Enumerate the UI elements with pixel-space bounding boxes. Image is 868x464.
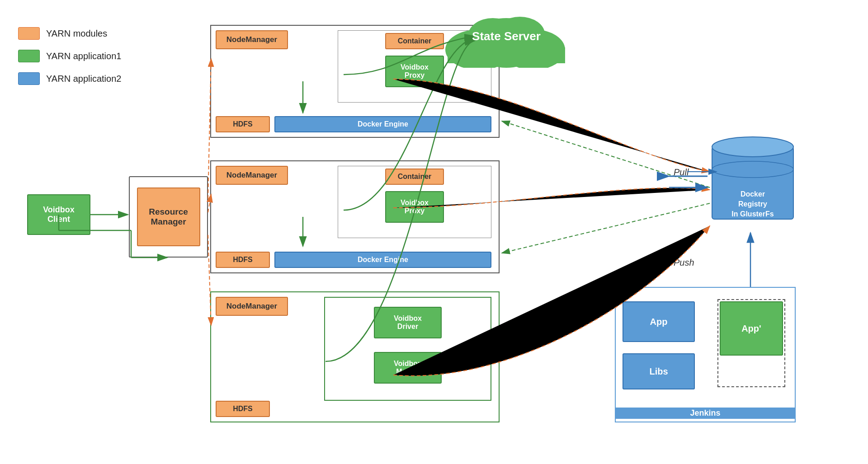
node1-docker-engine: Docker Engine <box>274 116 491 132</box>
legend-color-yarn-app1 <box>18 50 40 62</box>
svg-text:In GlusterFs: In GlusterFs <box>731 210 774 218</box>
legend-label-yarn-app1: YARN application1 <box>46 51 121 61</box>
legend: YARN modules YARN application1 YARN appl… <box>18 27 121 95</box>
svg-rect-5 <box>448 47 565 63</box>
jenkins-libs: Libs <box>623 353 695 389</box>
legend-color-yarn-app2 <box>18 72 40 85</box>
node2-box: NodeManager Container Voidbox Proxy HDFS… <box>210 160 500 273</box>
arrow-registry-to-node2 <box>502 203 710 253</box>
push-label: Push <box>674 258 694 268</box>
voidbox-client-box: Voidbox Client <box>27 194 90 235</box>
svg-rect-6 <box>712 147 793 219</box>
node2-hdfs: HDFS <box>216 252 270 268</box>
node2-voidbox-proxy: Voidbox Proxy <box>385 191 444 223</box>
legend-label-yarn-app2: YARN application2 <box>46 74 121 84</box>
legend-color-yarn-modules <box>18 27 40 40</box>
legend-item-yarn-app1: YARN application1 <box>18 50 121 62</box>
jenkins-label: Jenkins <box>616 408 795 419</box>
node1-container: Container <box>385 33 444 49</box>
legend-item-yarn-modules: YARN modules <box>18 27 121 40</box>
node1-voidbox-proxy: Voidbox Proxy <box>385 56 444 87</box>
docker-registry: Docker Registry In GlusterFs <box>710 133 796 234</box>
svg-text:Docker: Docker <box>741 190 765 198</box>
node3-box: NodeManager Voidbox Driver Voidbox Maste… <box>210 291 500 422</box>
node3-hdfs: HDFS <box>216 401 270 417</box>
voidbox-client-label: Voidbox Client <box>43 205 75 224</box>
node1-nodemanager: NodeManager <box>216 30 288 49</box>
svg-point-7 <box>712 137 793 157</box>
legend-item-yarn-app2: YARN application2 <box>18 72 121 85</box>
node3-voidbox-driver: Voidbox Driver <box>374 307 442 338</box>
pull-label: Pull <box>674 167 689 178</box>
diagram-container: YARN modules YARN application1 YARN appl… <box>0 0 868 464</box>
state-server-label: State Server <box>472 29 541 43</box>
docker-registry-svg: Docker Registry In GlusterFs <box>710 133 796 233</box>
state-server-cloud: State Server <box>443 5 570 68</box>
node2-container: Container <box>385 169 444 185</box>
node3-voidbox-master: Voidbox Master <box>374 352 442 384</box>
legend-label-yarn-modules: YARN modules <box>46 28 107 39</box>
resource-manager-inner: Resource Manager <box>137 187 200 246</box>
svg-text:Registry: Registry <box>738 200 767 208</box>
resource-manager-label: Resource Manager <box>149 207 188 227</box>
jenkins-app: App <box>623 301 695 342</box>
jenkins-box: App Libs App' Jenkins <box>615 287 796 422</box>
node3-nodemanager: NodeManager <box>216 297 288 316</box>
node2-docker-engine: Docker Engine <box>274 252 491 268</box>
node2-nodemanager: NodeManager <box>216 166 288 185</box>
resource-manager-box: Resource Manager <box>129 176 208 258</box>
node1-hdfs: HDFS <box>216 116 270 132</box>
